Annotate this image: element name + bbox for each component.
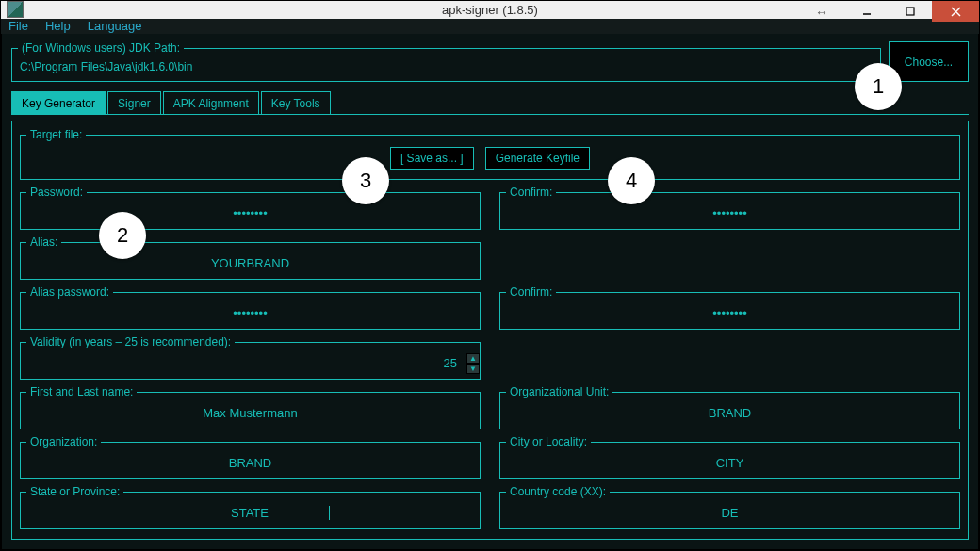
- city-label: City or Locality:: [506, 435, 591, 448]
- menubar: File Help Language: [1, 19, 979, 34]
- city-fieldset: City or Locality:: [499, 435, 960, 479]
- validity-input[interactable]: [28, 356, 457, 370]
- password-fieldset: Password:: [20, 186, 481, 230]
- annotation-1: 1: [855, 63, 902, 110]
- country-input[interactable]: [508, 506, 952, 520]
- fields-grid: Password: Confirm: Alias: Alias password…: [20, 186, 960, 529]
- country-fieldset: Country code (XX):: [499, 485, 960, 529]
- generate-keyfile-button[interactable]: Generate Keyfile: [485, 147, 590, 170]
- alias-password-label: Alias password:: [26, 285, 113, 299]
- target-button-row: [ Save as... ] Generate Keyfile: [28, 147, 952, 170]
- tab-body: Target file: [ Save as... ] Generate Key…: [11, 121, 969, 540]
- app-icon: [7, 1, 24, 18]
- password-confirm-label: Confirm:: [506, 186, 556, 199]
- tab-key-tools[interactable]: Key Tools: [261, 91, 331, 114]
- organization-input[interactable]: [28, 456, 472, 470]
- state-fieldset: State or Province:: [20, 485, 481, 529]
- validity-spinner: ▲ ▼: [466, 353, 480, 374]
- password-confirm-fieldset: Confirm:: [499, 186, 960, 230]
- svg-rect-1: [906, 8, 914, 15]
- annotation-2: 2: [99, 212, 146, 259]
- alias-fieldset: Alias:: [20, 235, 481, 280]
- save-as-button[interactable]: [ Save as... ]: [390, 147, 474, 170]
- first-last-fieldset: First and Last name:: [20, 385, 481, 429]
- content-area: (For Windows users) JDK Path: C:\Program…: [1, 34, 979, 550]
- menu-file[interactable]: File: [8, 19, 28, 33]
- resize-indicator-icon: ↔: [815, 5, 828, 20]
- city-input[interactable]: [508, 456, 952, 470]
- password-label: Password:: [26, 186, 87, 199]
- validity-row: Validity (in years – 25 is recommended):…: [20, 335, 960, 380]
- target-file-section: Target file: [ Save as... ] Generate Key…: [20, 128, 960, 180]
- alias-password-input[interactable]: [28, 306, 472, 320]
- state-label: State or Province:: [26, 485, 123, 498]
- minimize-button[interactable]: [845, 1, 889, 22]
- alias-password-confirm-fieldset: Confirm:: [499, 285, 960, 330]
- org-unit-fieldset: Organizational Unit:: [499, 385, 960, 429]
- target-file-fieldset: Target file: [ Save as... ] Generate Key…: [20, 128, 960, 180]
- first-last-input[interactable]: [28, 406, 472, 420]
- organization-fieldset: Organization:: [20, 435, 481, 479]
- first-last-label: First and Last name:: [26, 385, 137, 398]
- password-confirm-input[interactable]: [508, 206, 952, 220]
- state-input[interactable]: [171, 506, 330, 520]
- validity-label: Validity (in years – 25 is recommended):: [26, 335, 235, 348]
- org-unit-input[interactable]: [508, 406, 952, 420]
- tab-key-generator[interactable]: Key Generator: [11, 91, 106, 114]
- window-title: apk-signer (1.8.5): [1, 3, 979, 17]
- validity-fieldset: Validity (in years – 25 is recommended):…: [20, 335, 481, 380]
- svg-line-2: [952, 8, 960, 16]
- validity-down-button[interactable]: ▼: [466, 364, 480, 374]
- organization-label: Organization:: [26, 435, 101, 448]
- alias-input[interactable]: [28, 256, 472, 270]
- jdk-path-label: (For Windows users) JDK Path:: [18, 41, 184, 55]
- alias-password-confirm-input[interactable]: [508, 306, 952, 320]
- menu-language[interactable]: Language: [88, 19, 142, 33]
- menu-help[interactable]: Help: [45, 19, 71, 33]
- choose-jdk-button[interactable]: Choose...: [889, 41, 969, 82]
- maximize-button[interactable]: [889, 1, 932, 22]
- titlebar: apk-signer (1.8.5) ↔: [1, 1, 979, 19]
- jdk-path-value: C:\Program Files\Java\jdk1.6.0\bin: [20, 60, 873, 73]
- alias-password-confirm-label: Confirm:: [506, 285, 556, 299]
- alias-password-fieldset: Alias password:: [20, 285, 481, 330]
- tab-apk-alignment[interactable]: APK Alignment: [163, 91, 259, 114]
- svg-line-3: [952, 8, 960, 16]
- jdk-path-fieldset: (For Windows users) JDK Path: C:\Program…: [11, 41, 881, 82]
- annotation-3: 3: [342, 157, 389, 204]
- password-input[interactable]: [28, 206, 472, 220]
- tab-signer[interactable]: Signer: [107, 91, 161, 114]
- jdk-row: (For Windows users) JDK Path: C:\Program…: [11, 41, 969, 82]
- country-label: Country code (XX):: [506, 485, 610, 498]
- target-file-label: Target file:: [26, 128, 86, 141]
- annotation-4: 4: [608, 157, 655, 204]
- app-window: apk-signer (1.8.5) ↔ File Help Language …: [0, 0, 980, 551]
- org-unit-label: Organizational Unit:: [506, 385, 612, 398]
- close-button[interactable]: [932, 1, 979, 22]
- alias-label: Alias:: [26, 235, 61, 249]
- alias-row: Alias:: [20, 235, 960, 280]
- tab-strip: Key Generator Signer APK Alignment Key T…: [11, 91, 969, 115]
- validity-up-button[interactable]: ▲: [466, 353, 480, 364]
- window-controls: [845, 1, 979, 22]
